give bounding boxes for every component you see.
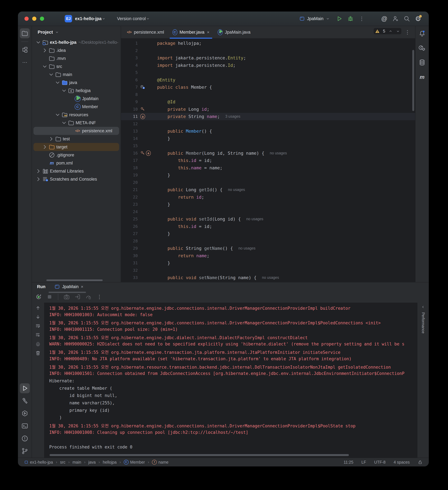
close-icon[interactable]: × <box>81 284 83 289</box>
chevron-down-icon[interactable] <box>48 71 54 78</box>
usages-hint[interactable]: no usages <box>270 151 287 155</box>
printer-icon[interactable] <box>35 341 41 347</box>
problems-tool-button[interactable] <box>20 434 30 444</box>
arrow-up-icon[interactable] <box>35 305 41 311</box>
gauge-icon[interactable] <box>85 294 92 300</box>
collapse-icon[interactable] <box>421 305 425 309</box>
terminal-tool-button[interactable] <box>20 421 30 431</box>
chevron-right-icon[interactable] <box>35 176 42 182</box>
tree-item-src[interactable]: src <box>34 62 119 70</box>
project-panel-title[interactable]: Project <box>38 30 53 35</box>
tree-item--mvn[interactable]: .mvn <box>34 54 119 62</box>
tree-item-pom-xml[interactable]: mpom.xml <box>34 159 119 167</box>
code-editor[interactable]: 1package hellojpa;23import jakarta.persi… <box>121 39 415 282</box>
chevron-right-icon[interactable] <box>42 47 48 54</box>
kebab-icon[interactable]: ⋮ <box>96 294 103 300</box>
breadcrumb-item[interactable]: hellojpa <box>103 460 117 464</box>
tree-item-test[interactable]: test <box>34 135 119 143</box>
more-tools-button[interactable]: ⋯ <box>20 57 30 67</box>
stop-icon[interactable] <box>46 294 53 300</box>
status-item-4-spaces[interactable]: 4 spaces <box>394 460 410 464</box>
ai-assistant-icon[interactable] <box>419 44 426 52</box>
console-output[interactable]: 1월 30, 2026 1:15:55 오전 org.hibernate.eng… <box>44 303 417 458</box>
key-icon[interactable] <box>140 107 145 112</box>
tree-item-resources[interactable]: resources <box>34 111 119 119</box>
breadcrumb-item[interactable]: java <box>88 460 96 464</box>
chevron-up-icon[interactable] <box>388 29 393 33</box>
tree-item-ex1-hello-jpa[interactable]: ex1-hello-jpa~/Desktop/ex1-hello- <box>34 38 119 46</box>
jpa-attribute-icon[interactable]: a <box>140 114 145 119</box>
database-icon[interactable] <box>419 59 426 66</box>
breadcrumb-item[interactable]: fname <box>152 460 168 464</box>
kebab-icon[interactable]: ⋮ <box>404 29 411 35</box>
run-tab[interactable]: JpaMain × <box>54 284 83 289</box>
usages-hint[interactable]: no usages <box>238 246 255 251</box>
close-window-button[interactable] <box>25 17 29 21</box>
project-name-menu[interactable]: ex1-hello-jpa <box>75 16 102 21</box>
tree-item--gitignore[interactable]: .gitignore <box>34 151 119 159</box>
usages-hint[interactable]: 3 usages <box>225 114 240 119</box>
usages-hint[interactable]: no usages <box>228 188 245 192</box>
camera-icon[interactable] <box>63 294 70 300</box>
chevron-down-icon[interactable] <box>54 112 61 118</box>
search-icon[interactable] <box>404 16 410 22</box>
version-control-menu[interactable]: Version control <box>117 16 146 21</box>
breadcrumb-item[interactable]: src <box>60 460 65 464</box>
vertical-scrollbar[interactable] <box>412 50 414 111</box>
tree-item--idea[interactable]: .idea <box>34 46 119 54</box>
services-tool-button[interactable] <box>20 408 30 418</box>
status-item-utf-8[interactable]: UTF-8 <box>374 460 386 464</box>
play-icon[interactable] <box>336 16 342 22</box>
performance-tab[interactable]: Performance <box>421 312 425 333</box>
add-user-icon[interactable] <box>392 16 399 22</box>
scroll-end-icon[interactable] <box>35 332 41 338</box>
tree-item-target[interactable]: target <box>34 143 119 151</box>
tree-item-scratches-and-consoles[interactable]: Scratches and Consoles <box>34 175 119 183</box>
inspections-widget[interactable]: 5 <box>374 28 401 34</box>
chevron-down-icon[interactable] <box>396 29 400 33</box>
chevron-down-icon[interactable] <box>42 63 48 70</box>
usages-hint[interactable]: no usages <box>262 275 279 280</box>
arrow-down-icon[interactable] <box>35 314 41 320</box>
project-tool-button[interactable] <box>20 28 30 38</box>
ai-at-icon[interactable]: @ <box>381 16 388 22</box>
tree-item-member[interactable]: CMember <box>34 103 119 111</box>
unlock-icon[interactable] <box>418 460 422 464</box>
key-icon[interactable] <box>140 151 145 156</box>
close-icon[interactable]: × <box>207 30 209 35</box>
chevron-right-icon[interactable] <box>42 144 48 150</box>
entity-icon[interactable] <box>140 85 145 90</box>
soft-wrap-icon[interactable] <box>35 323 41 329</box>
trash-icon[interactable] <box>35 350 41 356</box>
chevron-right-icon[interactable] <box>35 168 42 174</box>
horizontal-scrollbar[interactable] <box>46 280 103 281</box>
tree-item-java[interactable]: java <box>34 79 119 87</box>
chevron-down-icon[interactable] <box>61 88 67 94</box>
notifications-bell-icon[interactable] <box>419 30 426 37</box>
breadcrumb-item[interactable]: CMember <box>124 460 145 464</box>
minimize-window-button[interactable] <box>32 17 36 21</box>
tree-item-jpamain[interactable]: CJpaMain <box>34 95 119 103</box>
horizontal-scrollbar[interactable] <box>50 454 349 456</box>
structure-tool-button[interactable] <box>20 45 30 55</box>
kebab-icon[interactable]: ⋮ <box>359 16 365 22</box>
chevron-right-icon[interactable] <box>48 136 54 142</box>
tree-item-main[interactable]: main <box>34 70 119 79</box>
tab-member-java[interactable]: CMember.java× <box>168 26 214 38</box>
tree-item-external-libraries[interactable]: External Libraries <box>34 167 119 175</box>
import-icon[interactable] <box>74 294 81 300</box>
status-item-lf[interactable]: LF <box>362 460 366 464</box>
settings-gear-icon[interactable]: ⚙ <box>415 16 421 22</box>
tree-item-persistence-xml[interactable]: </>persistence.xml <box>34 127 119 135</box>
status-item-11-25[interactable]: 11:25 <box>344 460 353 464</box>
tree-item-meta-inf[interactable]: META-INF <box>34 119 119 127</box>
maven-icon[interactable]: m <box>419 73 426 80</box>
chevron-down-icon[interactable] <box>54 79 61 86</box>
tab-jpamain-java[interactable]: CJpaMain.java <box>214 26 255 38</box>
jpa-attribute-icon[interactable]: a <box>146 151 151 156</box>
chevron-down-icon[interactable] <box>61 120 67 126</box>
usages-hint[interactable]: no usages <box>246 217 263 221</box>
run-tool-button[interactable] <box>20 383 30 393</box>
run-configuration-selector[interactable]: JpaMain <box>299 16 330 21</box>
build-tool-button[interactable] <box>20 396 30 406</box>
